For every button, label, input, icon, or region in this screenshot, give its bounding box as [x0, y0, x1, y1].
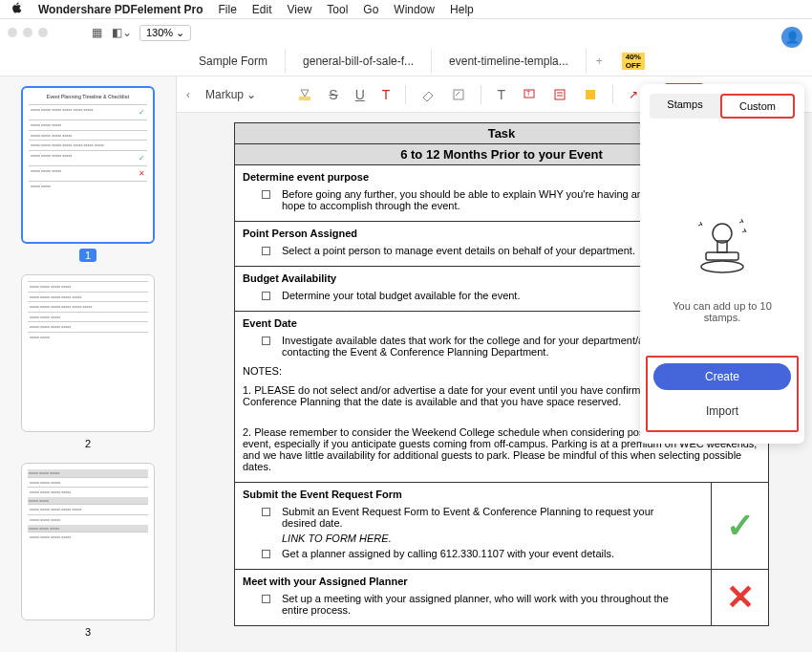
stamp-empty-illustration: You can add up to 10 stamps.	[640, 128, 804, 342]
link-text: LINK TO FORM HERE.	[282, 532, 684, 544]
text-tool-icon[interactable]: T	[382, 87, 391, 102]
window-toolbar: ▦ ◧⌄ 130% ⌄	[0, 19, 812, 46]
section-title: Meet with your Assigned Planner	[243, 576, 703, 587]
menubar: Wondershare PDFelement Pro File Edit Vie…	[0, 0, 812, 19]
svg-point-12	[713, 224, 732, 243]
menu-file[interactable]: File	[219, 3, 237, 16]
page-number-2: 2	[10, 438, 166, 449]
svg-text:T: T	[526, 90, 531, 97]
stamp-empty-message: You can add up to 10 stamps.	[640, 300, 804, 323]
section-title: Submit the Event Request Form	[243, 489, 703, 500]
grid-view-icon[interactable]: ▦	[92, 26, 102, 39]
sidebar-view-icon[interactable]: ◧⌄	[112, 26, 132, 39]
thumbnail-page-3[interactable]: xxxxx xxxxx xxxxx xxxxx xxxxx xxxxx xxxx…	[21, 463, 155, 620]
tab-sample-form[interactable]: Sample Form	[182, 49, 286, 74]
page-number-1: 1	[10, 250, 166, 261]
checkbox[interactable]	[262, 247, 270, 255]
apple-icon[interactable]	[11, 2, 23, 16]
checkbox[interactable]	[262, 595, 270, 603]
checkbox[interactable]	[262, 508, 270, 516]
highlight-tool-icon[interactable]	[298, 88, 311, 101]
thumbnail-page-1[interactable]: Event Planning Timeline & Checklist xxxx…	[21, 86, 155, 244]
tab-bill-of-sale[interactable]: general-bill-of-sale-f...	[286, 49, 432, 74]
menu-edit[interactable]: Edit	[252, 3, 272, 16]
eraser-tool-icon[interactable]	[421, 88, 435, 101]
menu-tool[interactable]: Tool	[327, 3, 348, 16]
sticky-note-icon[interactable]	[584, 88, 597, 101]
menu-go[interactable]: Go	[363, 3, 378, 16]
checkbox[interactable]	[262, 550, 270, 558]
promo-badge[interactable]: 40%OFF	[622, 53, 645, 70]
svg-rect-7	[586, 90, 595, 99]
markup-dropdown[interactable]: Markup ⌄	[205, 88, 256, 101]
menu-view[interactable]: View	[288, 3, 312, 16]
note-tool-icon[interactable]	[553, 88, 566, 101]
menu-window[interactable]: Window	[394, 3, 435, 16]
thumbnail-sidebar: Event Planning Timeline & Checklist xxxx…	[0, 76, 177, 652]
strikethrough-tool-icon[interactable]: S	[329, 87, 337, 102]
svg-point-15	[701, 261, 743, 272]
svg-rect-4	[555, 90, 565, 99]
stamps-tab[interactable]: Stamps	[650, 94, 720, 119]
zoom-select[interactable]: 130% ⌄	[139, 25, 191, 41]
create-stamp-button[interactable]: Create	[653, 363, 791, 390]
tab-add[interactable]: +	[587, 49, 612, 74]
stamp-panel: Stamps Custom You can add up to 10 stamp…	[640, 84, 804, 444]
checkbox[interactable]	[262, 337, 270, 345]
underline-tool-icon[interactable]: U	[355, 87, 365, 102]
callout-tool-icon[interactable]: T	[523, 88, 536, 101]
tab-event-timeline[interactable]: event-timeline-templa...	[432, 49, 587, 74]
tabs: Sample Form general-bill-of-sale-f... ev…	[0, 46, 812, 76]
thumbnail-page-2[interactable]: xxxxx xxxxx xxxxx xxxxx xxxxx xxxxx xxxx…	[21, 274, 155, 432]
svg-rect-14	[706, 252, 738, 260]
check-stamp: ✓	[726, 506, 755, 546]
custom-tab[interactable]: Custom	[720, 94, 795, 119]
traffic-lights[interactable]	[8, 28, 48, 37]
page-number-3: 3	[10, 626, 166, 638]
svg-rect-1	[454, 90, 463, 99]
checkbox[interactable]	[262, 190, 270, 199]
textbox-tool-icon[interactable]: T	[497, 87, 505, 102]
back-button[interactable]: ‹	[186, 88, 190, 101]
app-name: Wondershare PDFelement Pro	[38, 3, 203, 16]
x-stamp: ✕	[726, 577, 755, 618]
import-stamp-button[interactable]: Import	[653, 398, 791, 424]
user-avatar[interactable]: 👤	[781, 27, 802, 48]
area-highlight-icon[interactable]	[452, 88, 465, 101]
menu-help[interactable]: Help	[450, 3, 474, 16]
checkbox[interactable]	[262, 292, 270, 300]
